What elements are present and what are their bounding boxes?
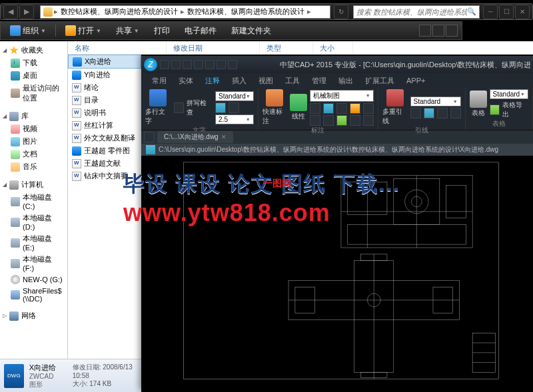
dimstyle-combo[interactable]: 机械制图▼ (310, 90, 374, 102)
textstyle-combo[interactable]: Standard▼ (215, 91, 254, 101)
quickdim-button[interactable]: 快速标注 (263, 89, 287, 126)
search-box[interactable]: 🔍 (353, 5, 480, 19)
tab-common[interactable]: 常用 (147, 75, 172, 87)
tab-extend[interactable]: 扩展工具 (360, 75, 400, 87)
tab-home-icon[interactable] (144, 132, 155, 142)
file-item[interactable]: 丝杠计算 (68, 119, 141, 132)
nav-videos[interactable]: 视频 (0, 122, 67, 135)
print-button[interactable]: 打印 (149, 24, 175, 38)
breadcrumb-seg[interactable]: 数控钻床横、纵两向进给系统的设计 (59, 7, 179, 17)
nav-sharefiles[interactable]: ShareFiles$ (\\DC) (0, 286, 67, 304)
leaderstyle-combo[interactable]: Standard▼ (410, 97, 461, 106)
group-leader-label: 引线 (382, 126, 461, 135)
nav-drive-d[interactable]: 本地磁盘 (D:) (0, 212, 67, 232)
nav-music[interactable]: 音乐 (0, 160, 67, 173)
cad-titlebar[interactable]: Z 中望CAD+ 2015 专业版 - [C:\Users\qin.guolin… (141, 56, 533, 73)
tab-tools[interactable]: 工具 (280, 75, 305, 87)
email-button[interactable]: 电子邮件 (179, 24, 222, 38)
file-item[interactable]: Y向进给 (68, 69, 141, 81)
qat-more[interactable] (228, 60, 237, 69)
file-item[interactable]: 钻床中文摘要 (68, 170, 141, 182)
mtext-button[interactable]: 多行文字 (145, 89, 171, 126)
close-button[interactable]: ✕ (515, 5, 530, 19)
svg-rect-4 (446, 185, 466, 218)
col-name[interactable]: 名称 (68, 41, 167, 54)
nav-drive-g[interactable]: NEW-Q (G:) (0, 274, 67, 286)
col-date[interactable]: 修改日期 (167, 41, 260, 54)
open-button[interactable]: 打开▼ (60, 24, 107, 38)
nav-pictures[interactable]: 图片 (0, 135, 67, 148)
file-item[interactable]: 绪论 (68, 81, 141, 94)
col-size[interactable]: 大小 (313, 41, 353, 54)
qat-new[interactable] (160, 60, 169, 69)
file-item[interactable]: X向进给 (68, 55, 141, 69)
network-group[interactable]: ▷网络 (0, 309, 67, 322)
nav-pane: ◢收藏夹 下载 桌面 最近访问的位置 ◢库 视频 图片 文档 音乐 ◢计算机 本… (0, 41, 68, 392)
nav-documents[interactable]: 文档 (0, 148, 67, 160)
mtext-icon (149, 89, 167, 106)
drawing-canvas[interactable] (141, 156, 533, 392)
nav-drive-e[interactable]: 本地磁盘 (E:) (0, 232, 67, 253)
nav-back-button[interactable]: ◀ (3, 5, 18, 19)
newfolder-button[interactable]: 新建文件夹 (226, 24, 276, 38)
details-filetype: ZWCAD 图形 (29, 373, 62, 389)
breadcrumb-path[interactable]: ▸ 数控钻床横、纵两向进给系统的设计 ▸ 数控钻床横、纵两向进给系统的设计 ▸ (40, 5, 330, 19)
linear-button[interactable]: 线性 (290, 94, 307, 121)
linear-icon (290, 94, 307, 111)
col-type[interactable]: 类型 (260, 41, 313, 54)
computer-group[interactable]: ◢计算机 (0, 178, 67, 191)
dwg-icon (73, 57, 82, 67)
file-item[interactable]: 王越超 零件图 (68, 144, 141, 157)
explorer-toolbar: 组织▼ 打开▼ 共享▼ 打印 电子邮件 新建文件夹 (0, 21, 462, 40)
file-item[interactable]: 外文文献及翻译 (68, 132, 141, 144)
qat-plot[interactable] (217, 60, 226, 69)
breadcrumb-seg[interactable]: 数控钻床横、纵两向进给系统的设计 (186, 7, 306, 17)
share-button[interactable]: 共享▼ (111, 24, 145, 38)
tablestyle-combo[interactable]: Standard▼ (490, 89, 528, 99)
file-item[interactable]: 王越超文献 (68, 157, 141, 170)
details-size: 174 KB (89, 380, 111, 387)
preview-button[interactable] (432, 25, 444, 37)
nav-downloads[interactable]: 下载 (0, 57, 67, 69)
tab-output[interactable]: 输出 (333, 75, 358, 87)
tab-view[interactable]: 视图 (253, 75, 278, 87)
help-button[interactable] (446, 25, 458, 37)
textscale-combo[interactable]: 2.5▼ (215, 114, 254, 124)
organize-button[interactable]: 组织▼ (5, 24, 51, 38)
tblexport-button[interactable] (490, 104, 500, 115)
nav-drive-c[interactable]: 本地磁盘 (C:) (0, 191, 67, 212)
qat-open[interactable] (171, 60, 181, 69)
nav-recent[interactable]: 最近访问的位置 (0, 82, 67, 104)
table-button[interactable]: 表格 (470, 91, 487, 118)
tab-solid[interactable]: 实体 (173, 75, 199, 87)
nav-desktop[interactable]: 桌面 (0, 69, 67, 82)
view-button[interactable] (419, 25, 431, 37)
address-bar: ◀ ▶ ▸ 数控钻床横、纵两向进给系统的设计 ▸ 数控钻床横、纵两向进给系统的设… (0, 3, 533, 20)
min-button[interactable]: ─ (483, 5, 498, 19)
mleader-button[interactable]: 多重引线 (382, 89, 408, 126)
spell-button[interactable] (174, 102, 185, 113)
tab-annotate[interactable]: 注释 (200, 75, 225, 87)
close-tab-icon[interactable]: ✕ (221, 134, 227, 140)
drive-icon (11, 197, 20, 206)
file-item[interactable]: 目录 (68, 94, 141, 106)
svg-rect-10 (348, 225, 466, 245)
tab-app[interactable]: APP+ (401, 75, 430, 86)
refresh-button[interactable]: ↻ (334, 5, 348, 19)
tab-insert[interactable]: 插入 (227, 75, 252, 87)
libraries-group[interactable]: ◢库 (0, 110, 67, 122)
file-item[interactable]: 说明书 (68, 106, 141, 119)
find-button[interactable] (215, 102, 226, 113)
search-input[interactable] (356, 8, 467, 16)
tab-manage[interactable]: 管理 (306, 75, 332, 87)
document-tab[interactable]: C:\...\X向进给.dwg✕ (157, 131, 233, 143)
nav-fwd-button[interactable]: ▶ (19, 5, 34, 19)
cad-logo-icon[interactable]: Z (144, 58, 157, 71)
qat-save[interactable] (183, 60, 192, 69)
favorites-group[interactable]: ◢收藏夹 (0, 44, 67, 57)
max-button[interactable]: ☐ (499, 5, 514, 19)
qat-redo[interactable] (205, 60, 215, 69)
nav-drive-f[interactable]: 本地磁盘 (F:) (0, 253, 67, 274)
column-headers: 名称 修改日期 类型 大小 (68, 41, 533, 55)
qat-undo[interactable] (194, 60, 203, 69)
